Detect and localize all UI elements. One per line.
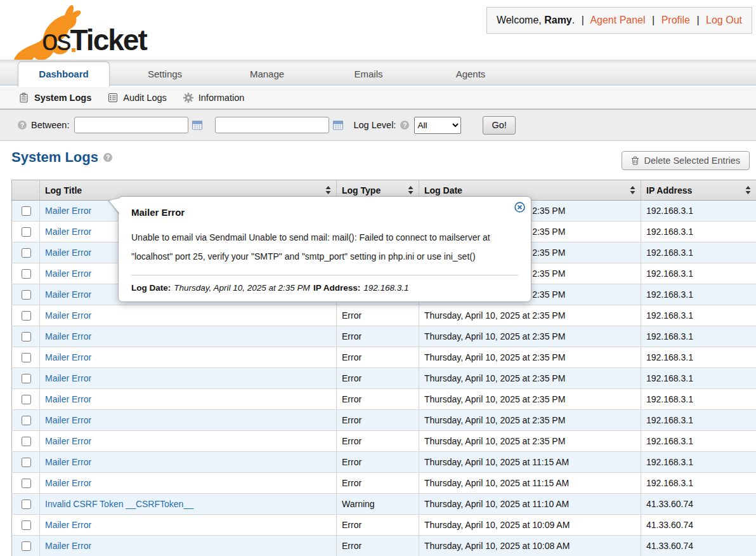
row-checkbox-cell (12, 263, 40, 284)
row-checkbox[interactable] (22, 437, 31, 446)
ip-address-cell: 41.33.60.74 (641, 494, 756, 515)
log-date-cell: Thursday, April 10, 2025 at 2:35 PM (419, 347, 641, 368)
ip-address-cell: 41.33.60.74 (641, 536, 756, 556)
row-checkbox[interactable] (22, 332, 31, 341)
date-to-calendar-button[interactable] (333, 120, 343, 130)
row-checkbox[interactable] (22, 374, 31, 383)
header: osTicket Welcome, Ramy. | Agent Panel | … (0, 0, 756, 60)
log-title-cell: Mailer Error (40, 347, 337, 368)
log-filter-bar: ? Between: Log Level: ? All Go! (0, 109, 756, 141)
row-checkbox-cell (12, 494, 40, 515)
row-checkbox-cell (12, 242, 40, 263)
subnav-label: Information (199, 93, 245, 103)
row-checkbox[interactable] (22, 458, 31, 467)
row-checkbox[interactable] (22, 541, 31, 551)
log-table-row: Mailer Error Error Thursday, April 10, 2… (12, 410, 756, 431)
log-title-link[interactable]: Mailer Error (45, 289, 91, 300)
log-out-link[interactable]: Log Out (706, 15, 742, 25)
page-title-text: System Logs (11, 149, 98, 166)
close-icon[interactable] (514, 202, 525, 213)
popup-log-date-value: Thursday, April 10, 2025 at 2:35 PM (174, 283, 310, 293)
help-icon: ? (103, 153, 112, 162)
osticket-logo[interactable]: osTicket (5, 0, 183, 60)
ip-address-cell: 41.33.60.74 (641, 515, 756, 536)
row-checkbox[interactable] (22, 416, 31, 425)
log-table-row: Mailer Error Error Thursday, April 10, 2… (12, 368, 756, 389)
log-type-cell: Error (337, 410, 419, 431)
log-title-link[interactable]: Mailer Error (45, 206, 91, 216)
row-checkbox-cell (12, 347, 40, 368)
tab-manage[interactable]: Manage (216, 63, 318, 86)
row-checkbox[interactable] (22, 500, 31, 509)
log-type-cell: Error (337, 347, 419, 368)
row-checkbox[interactable] (22, 269, 31, 279)
tab-dashboard[interactable]: Dashboard (18, 62, 110, 87)
row-checkbox[interactable] (22, 290, 31, 300)
date-to-input[interactable] (215, 117, 329, 133)
log-title-link[interactable]: Mailer Error (45, 373, 91, 383)
row-checkbox[interactable] (22, 248, 31, 258)
subnav-item-system-logs[interactable]: System Logs (19, 93, 91, 103)
ip-address-cell: 192.168.3.1 (641, 326, 756, 347)
log-title-link[interactable]: Mailer Error (45, 268, 91, 279)
welcome-bar: Welcome, Ramy. | Agent Panel | Profile |… (486, 7, 752, 34)
column-header-ip-address[interactable]: IP Address (641, 180, 756, 201)
log-title-link[interactable]: Invalid CSRF Token __CSRFToken__ (45, 499, 193, 509)
log-level-select[interactable]: All (414, 117, 461, 134)
log-title-link[interactable]: Mailer Error (45, 457, 91, 467)
go-button[interactable]: Go! (483, 116, 515, 135)
row-checkbox-cell (12, 410, 40, 431)
row-checkbox[interactable] (22, 479, 31, 488)
popup-ip-label: IP Address: (313, 283, 360, 293)
date-from-calendar-button[interactable] (192, 120, 202, 130)
row-checkbox[interactable] (22, 395, 31, 404)
log-title-link[interactable]: Mailer Error (45, 436, 91, 446)
row-checkbox[interactable] (22, 353, 31, 362)
log-title-link[interactable]: Mailer Error (45, 352, 91, 362)
row-checkbox[interactable] (22, 206, 31, 216)
separator: | (582, 15, 584, 25)
log-title-link[interactable]: Mailer Error (45, 394, 91, 404)
log-title-link[interactable]: Mailer Error (45, 331, 91, 341)
popup-log-date-label: Log Date: (131, 283, 171, 293)
help-icon: ? (18, 121, 27, 129)
log-date-cell: Thursday, April 10, 2025 at 11:15 AM (419, 473, 641, 494)
log-table-row: Mailer Error Error Thursday, April 10, 2… (12, 473, 756, 494)
subnav-label: System Logs (34, 93, 91, 103)
sub-nav: System Logs Audit Logs (0, 87, 756, 109)
date-from-input[interactable] (74, 117, 188, 133)
log-title-cell: Mailer Error (40, 305, 337, 326)
log-table-row: Mailer Error Error Thursday, April 10, 2… (12, 347, 756, 368)
tab-emails[interactable]: Emails (318, 63, 419, 86)
tab-settings[interactable]: Settings (114, 63, 216, 86)
log-date-cell: Thursday, April 10, 2025 at 2:35 PM (419, 410, 641, 431)
log-title-link[interactable]: Mailer Error (45, 541, 91, 551)
subnav-item-information[interactable]: Information (183, 93, 245, 103)
row-checkbox-cell (12, 305, 40, 326)
ip-address-cell: 192.168.3.1 (641, 389, 756, 410)
log-title-cell: Invalid CSRF Token __CSRFToken__ (40, 494, 337, 515)
log-title-link[interactable]: Mailer Error (45, 520, 91, 530)
log-type-cell: Error (337, 326, 419, 347)
log-title-link[interactable]: Mailer Error (45, 415, 91, 425)
log-title-link[interactable]: Mailer Error (45, 310, 91, 321)
popup-message: Unable to email via Sendmail Unable to s… (131, 228, 518, 266)
profile-link[interactable]: Profile (662, 15, 690, 25)
row-checkbox-cell (12, 368, 40, 389)
log-title-link[interactable]: Mailer Error (45, 478, 91, 488)
ip-address-cell: 192.168.3.1 (641, 222, 756, 242)
ip-address-cell: 192.168.3.1 (641, 368, 756, 389)
row-checkbox[interactable] (22, 520, 31, 530)
agent-panel-link[interactable]: Agent Panel (590, 15, 645, 25)
log-title-link[interactable]: Mailer Error (45, 248, 91, 258)
tab-agents[interactable]: Agents (420, 63, 521, 86)
column-label: Log Title (45, 185, 82, 195)
delete-selected-entries-button[interactable]: Delete Selected Entries (622, 151, 750, 170)
row-checkbox[interactable] (22, 227, 31, 237)
subnav-item-audit-logs[interactable]: Audit Logs (108, 93, 167, 103)
row-checkbox[interactable] (22, 311, 31, 321)
between-label: Between: (31, 120, 69, 130)
log-type-cell: Error (337, 452, 419, 473)
subnav-label: Audit Logs (123, 93, 167, 103)
log-title-link[interactable]: Mailer Error (45, 227, 91, 237)
